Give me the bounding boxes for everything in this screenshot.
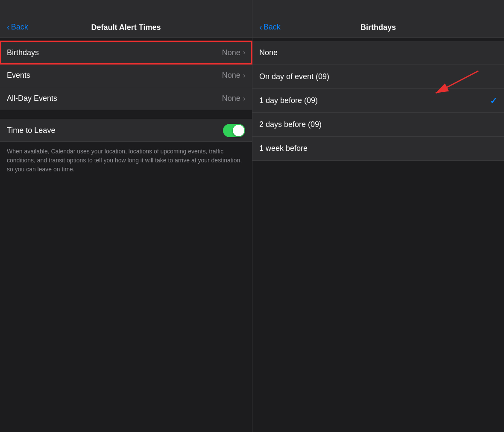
right-back-label: Back [264, 23, 281, 32]
option-none[interactable]: None [252, 41, 504, 65]
time-to-leave-label: Time to Leave [7, 126, 223, 135]
option-none-label: None [259, 48, 497, 57]
birthdays-row[interactable]: Birthdays None › [0, 41, 252, 64]
option-2-days-before[interactable]: 2 days before (09) [252, 113, 504, 137]
option-on-day[interactable]: On day of event (09) [252, 65, 504, 89]
option-2-days-label: 2 days before (09) [259, 120, 497, 129]
all-day-value: None [222, 94, 240, 103]
left-panel-title: Default Alert Times [7, 23, 245, 32]
events-row[interactable]: Events None › [0, 64, 252, 87]
left-header: ‹ Back Default Alert Times [0, 0, 252, 38]
left-panel: ‹ Back Default Alert Times Birthdays Non… [0, 0, 252, 432]
birthdays-options: None On day of event (09) 1 day before (… [252, 41, 504, 161]
right-header: ‹ Back Birthdays [252, 0, 504, 38]
option-on-day-label: On day of event (09) [259, 72, 497, 81]
right-back-chevron-icon: ‹ [259, 22, 262, 32]
right-back-button[interactable]: ‹ Back [259, 22, 281, 32]
option-1-week-before[interactable]: 1 week before [252, 137, 504, 161]
events-value: None [222, 71, 240, 80]
selected-checkmark-icon: ✓ [490, 96, 497, 106]
time-to-leave-row[interactable]: Time to Leave [0, 119, 252, 142]
all-day-events-row[interactable]: All-Day Events None › [0, 87, 252, 110]
events-label: Events [7, 71, 222, 80]
time-to-leave-description: When available, Calendar uses your locat… [0, 142, 252, 179]
right-panel-title: Birthdays [259, 23, 497, 32]
option-1-week-label: 1 week before [259, 144, 497, 153]
option-1-day-label: 1 day before (09) [259, 96, 490, 105]
left-back-chevron-icon: ‹ [7, 22, 10, 32]
events-chevron-icon: › [243, 72, 245, 79]
birthdays-value: None [222, 48, 240, 57]
birthdays-chevron-icon: › [243, 49, 245, 56]
birthdays-label: Birthdays [7, 48, 222, 57]
option-1-day-before[interactable]: 1 day before (09) ✓ [252, 89, 504, 113]
toggle-knob [233, 125, 244, 136]
left-back-button[interactable]: ‹ Back [7, 22, 28, 32]
right-panel: ‹ Back Birthdays None On day of event (0… [252, 0, 504, 432]
all-day-chevron-icon: › [243, 95, 245, 103]
settings-group: Birthdays None › Events None › All-Day E… [0, 41, 252, 110]
all-day-label: All-Day Events [7, 94, 222, 103]
left-back-label: Back [11, 23, 28, 32]
time-to-leave-toggle[interactable] [223, 124, 245, 137]
